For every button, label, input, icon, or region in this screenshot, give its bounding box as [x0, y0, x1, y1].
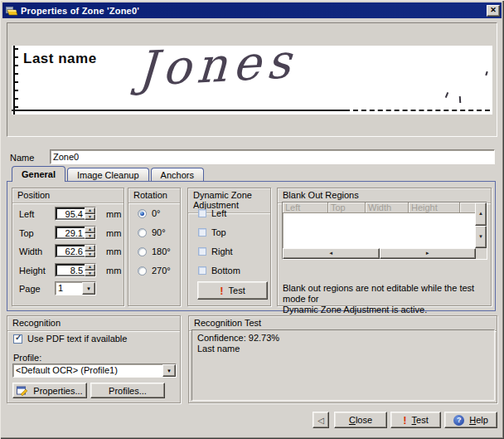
- recognition-test-output: Confidence: 92.73% Last name: [191, 329, 495, 401]
- profile-label: Profile:: [13, 353, 41, 363]
- dza-test-label: Test: [229, 285, 245, 295]
- recognition-test-group: Recognition Test Confidence: 92.73% Last…: [188, 315, 497, 403]
- dropdown-arrow-icon[interactable]: ▼: [82, 282, 95, 295]
- close-icon[interactable]: ✕: [487, 5, 500, 17]
- dza-left-label: Left: [211, 208, 226, 218]
- spin-up-icon[interactable]: ▲: [85, 207, 95, 214]
- rotation-0[interactable]: 0°: [138, 208, 161, 218]
- recognition-group-title: Recognition: [7, 316, 180, 331]
- result-text: Last name: [197, 344, 489, 354]
- width-spinner: ▲▼: [55, 244, 96, 258]
- blank-out-note: Blank out regions are not editable while…: [283, 283, 487, 315]
- back-icon: ◁: [317, 416, 324, 425]
- spin-down-icon[interactable]: ▼: [85, 271, 95, 277]
- scroll-right-icon[interactable]: ►: [380, 248, 477, 259]
- dropdown-arrow-icon[interactable]: ▼: [162, 364, 176, 377]
- close-label: Close: [349, 415, 372, 425]
- left-input[interactable]: [56, 207, 85, 220]
- radio-icon[interactable]: [138, 266, 147, 276]
- dza-bottom-label: Bottom: [211, 266, 240, 276]
- alert-icon: !: [403, 416, 406, 425]
- page-value: 1: [56, 282, 82, 295]
- profiles-label: Profiles...: [109, 386, 147, 396]
- checkbox-icon[interactable]: [198, 247, 206, 256]
- scanned-image: Last name Jones: [12, 46, 492, 115]
- width-input[interactable]: [56, 245, 85, 257]
- form-baseline: [12, 110, 345, 111]
- rotation-0-label: 0°: [152, 208, 161, 218]
- dza-right-label: Right: [211, 246, 233, 256]
- checkbox-checked-icon[interactable]: ✓: [13, 334, 22, 344]
- spin-down-icon[interactable]: ▼: [85, 233, 95, 240]
- properties-icon: [17, 386, 28, 396]
- help-button[interactable]: ? Help: [444, 412, 497, 428]
- top-unit: mm: [106, 228, 121, 238]
- top-input[interactable]: [56, 227, 85, 239]
- back-button[interactable]: ◁: [313, 412, 329, 428]
- profile-value: <Default OCR> (Profile1): [13, 364, 162, 377]
- list-header: Left Top Width Height: [283, 202, 487, 213]
- vertical-scrollbar[interactable]: ▲ ▼: [475, 202, 487, 248]
- rotation-90[interactable]: 90°: [138, 227, 166, 237]
- radio-icon[interactable]: [138, 209, 147, 218]
- profile-dropdown[interactable]: <Default OCR> (Profile1) ▼: [12, 363, 177, 378]
- scroll-down-icon[interactable]: ▼: [475, 226, 487, 249]
- scroll-left-icon[interactable]: ◄: [283, 248, 380, 259]
- page-label: Page: [19, 284, 41, 294]
- top-label: Top: [19, 228, 34, 238]
- close-button[interactable]: Close: [334, 412, 387, 428]
- dza-left[interactable]: Left: [198, 208, 226, 218]
- spin-down-icon[interactable]: ▼: [85, 251, 95, 258]
- width-label: Width: [19, 246, 42, 256]
- scan-noise: [445, 92, 448, 98]
- height-input[interactable]: [56, 264, 85, 276]
- spin-up-icon[interactable]: ▲: [85, 227, 95, 233]
- dynamic-zone-adjustment-group: Dynamic Zone Adjustment Left Top Right B…: [187, 188, 271, 306]
- checkbox-icon[interactable]: [198, 228, 206, 237]
- titlebar: Properties of Zone 'Zone0' ✕: [2, 2, 502, 18]
- horizontal-scrollbar[interactable]: ◄ ►: [283, 248, 476, 259]
- rotation-270-label: 270°: [152, 266, 171, 276]
- dza-test-button[interactable]: ! Test: [197, 281, 268, 300]
- height-spinner: ▲▼: [55, 263, 96, 277]
- spin-down-icon[interactable]: ▼: [85, 214, 95, 221]
- scroll-up-icon[interactable]: ▲: [475, 202, 487, 226]
- profiles-button[interactable]: Profiles...: [90, 383, 165, 398]
- position-group-title: Position: [12, 188, 124, 203]
- radio-icon[interactable]: [138, 228, 147, 237]
- use-pdf-label: Use PDF text if available: [27, 334, 127, 344]
- test-button[interactable]: ! Test: [390, 412, 441, 428]
- spin-up-icon[interactable]: ▲: [85, 245, 95, 251]
- blank-out-list[interactable]: Left Top Width Height ▲ ▼ ◄ ►: [282, 202, 487, 260]
- note-line-2: Dynamic Zone Adjustment is active.: [283, 305, 487, 315]
- radio-icon[interactable]: [138, 247, 147, 256]
- rotation-group-title: Rotation: [128, 188, 180, 203]
- spin-up-icon[interactable]: ▲: [85, 264, 95, 271]
- rotation-180[interactable]: 180°: [138, 246, 171, 256]
- use-pdf-checkbox[interactable]: ✓ Use PDF text if available: [13, 334, 127, 344]
- rotation-270[interactable]: 270°: [138, 266, 171, 276]
- top-spinner: ▲▼: [55, 226, 96, 240]
- zone-app-icon: [5, 5, 17, 17]
- test-label: Test: [412, 415, 429, 425]
- dza-top[interactable]: Top: [198, 227, 226, 237]
- tab-anchors[interactable]: Anchors: [151, 168, 204, 182]
- checkbox-icon[interactable]: [198, 266, 206, 275]
- tab-image-cleanup[interactable]: Image Cleanup: [67, 168, 149, 182]
- dza-right[interactable]: Right: [198, 246, 233, 256]
- col-height: Height: [409, 202, 460, 213]
- dza-top-label: Top: [211, 227, 226, 237]
- col-width: Width: [366, 202, 409, 213]
- col-top: Top: [328, 202, 366, 213]
- rotation-180-label: 180°: [152, 246, 171, 256]
- checkbox-icon[interactable]: [198, 209, 206, 217]
- printed-field-label: Last name: [23, 51, 97, 67]
- page-dropdown[interactable]: 1 ▼: [55, 281, 96, 295]
- help-icon: ?: [453, 415, 464, 426]
- left-unit: mm: [106, 209, 121, 219]
- tab-general[interactable]: General: [12, 166, 65, 182]
- name-input[interactable]: [50, 149, 495, 164]
- properties-button[interactable]: Properties...: [12, 383, 87, 398]
- dza-bottom[interactable]: Bottom: [198, 266, 240, 276]
- height-label: Height: [19, 266, 46, 276]
